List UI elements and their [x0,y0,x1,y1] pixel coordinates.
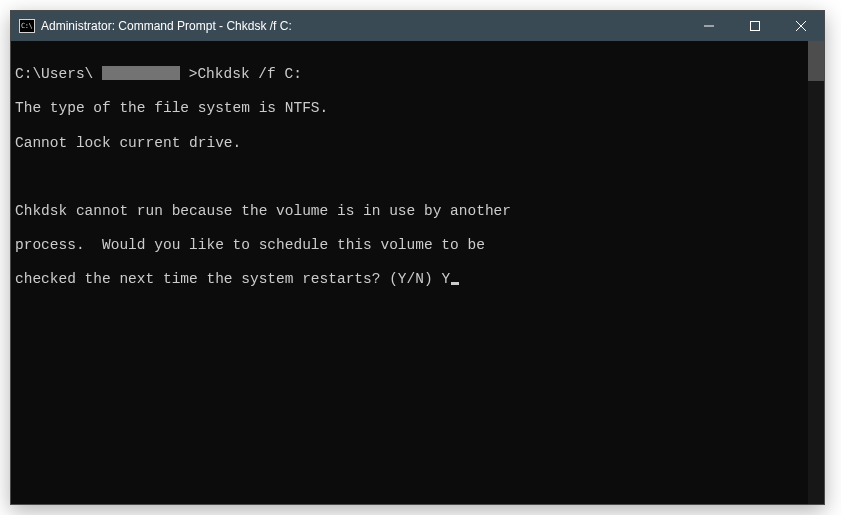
redacted-username [102,66,180,80]
window-controls [686,11,824,41]
svg-rect-1 [751,22,760,31]
close-icon [796,21,806,31]
text-cursor [451,282,459,285]
maximize-icon [750,21,760,31]
terminal-body[interactable]: C:\Users\ >Chkdsk /f C: The type of the … [11,41,824,504]
close-button[interactable] [778,11,824,41]
maximize-button[interactable] [732,11,778,41]
minimize-button[interactable] [686,11,732,41]
output-line: Chkdsk cannot run because the volume is … [15,203,804,220]
user-response: Y [441,271,450,287]
terminal-output: C:\Users\ >Chkdsk /f C: The type of the … [11,41,808,504]
prompt-path-prefix: C:\Users\ [15,66,102,82]
window-title: Administrator: Command Prompt - Chkdsk /… [41,19,292,33]
vertical-scrollbar[interactable] [808,41,824,504]
titlebar[interactable]: C:\ Administrator: Command Prompt - Chkd… [11,11,824,41]
command-input: Chkdsk /f C: [197,66,301,82]
command-prompt-window: C:\ Administrator: Command Prompt - Chkd… [10,10,825,505]
output-line: Cannot lock current drive. [15,135,804,152]
command-prompt-icon: C:\ [19,19,35,33]
minimize-icon [704,21,714,31]
scrollbar-thumb[interactable] [808,41,824,81]
output-line: The type of the file system is NTFS. [15,100,804,117]
output-line: checked the next time the system restart… [15,271,441,287]
prompt-path-suffix: > [180,66,197,82]
output-line: process. Would you like to schedule this… [15,237,804,254]
